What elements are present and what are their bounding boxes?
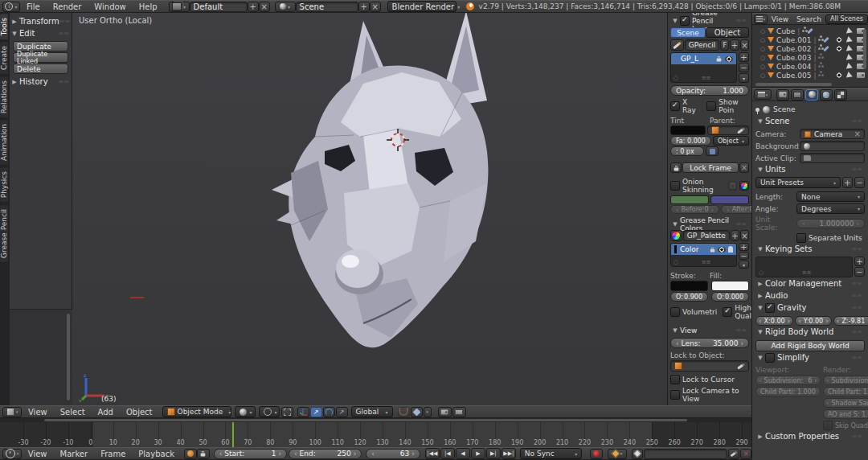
delete-button[interactable]: Delete — [13, 64, 68, 74]
resize-grip-icon[interactable]: ≡≡ — [802, 269, 812, 276]
onion-skinning-checkbox[interactable] — [670, 181, 680, 191]
scene-panel-header[interactable]: ▼ Scene — [755, 115, 865, 127]
wolf-head-model[interactable] — [72, 13, 667, 405]
properties-tab-world[interactable] — [820, 89, 833, 101]
viewport-menu-select[interactable]: Select — [54, 408, 92, 417]
timeline-canvas[interactable]: -30-20-100102030405060708090100110120130… — [0, 422, 751, 447]
outliner-row[interactable]: ○ Cube.005| — [752, 71, 868, 80]
filter-icon[interactable]: ○ — [759, 269, 764, 276]
resize-grip-icon[interactable]: ≡≡ — [702, 259, 711, 265]
gp-color-list[interactable]: Color ○≡≡ — [670, 243, 737, 267]
selectable-arrow-icon[interactable] — [846, 63, 854, 71]
add-layout-button[interactable]: + — [248, 2, 259, 12]
render-restrict-icon[interactable] — [857, 72, 865, 78]
scene-name-field[interactable]: Scene — [296, 2, 358, 12]
frame-end-field[interactable]: End:250 — [289, 449, 362, 459]
gravity-x-field[interactable]: X:0.00 — [755, 316, 793, 326]
units-panel-header[interactable]: ▼ Units — [755, 163, 865, 175]
simplify-vp-child-particles-field[interactable]: Child Parti: 1.000 — [755, 387, 821, 396]
stroke-color-swatch[interactable] — [670, 281, 708, 291]
add-scene-button[interactable]: + — [358, 2, 370, 12]
eye-icon[interactable] — [835, 46, 843, 51]
duplicate-linked-button[interactable]: Duplicate Linked — [13, 52, 68, 63]
outliner-row[interactable]: ○ Cube.001| — [752, 35, 868, 44]
new-palette-button[interactable]: + — [731, 230, 739, 241]
object-name[interactable]: Cube.001 — [776, 36, 811, 44]
filter-icon[interactable]: ○ — [674, 75, 678, 81]
edit-panel-header[interactable]: ▼ Edit — [10, 27, 72, 39]
new-datablock-button[interactable]: + — [730, 39, 739, 51]
gp-layer-row[interactable]: GP_L — [671, 53, 736, 64]
play-reverse-button[interactable]: ◀ — [456, 448, 470, 459]
lock-to-cursor-checkbox[interactable] — [670, 375, 680, 384]
timeline-editor-button[interactable]: ▾ — [2, 449, 22, 459]
gp-tab-scene[interactable]: Scene — [670, 27, 706, 38]
simplify-panel-header[interactable]: ▼ Simplify — [755, 351, 865, 363]
expand-dot-icon[interactable]: ○ — [760, 28, 765, 35]
toolshelf-tab-tools[interactable]: Tools — [0, 13, 9, 40]
properties-tab-render[interactable] — [776, 89, 789, 101]
remove-layer-button[interactable]: − — [739, 63, 749, 72]
lock-icon[interactable] — [710, 249, 714, 253]
timeline-menu-view[interactable]: View — [22, 450, 54, 458]
unlink-palette-button[interactable]: × — [740, 230, 749, 241]
keying-set-icon-button[interactable] — [632, 449, 643, 459]
lens-field[interactable]: Lens:35.000 — [670, 338, 749, 348]
selectable-arrow-icon[interactable] — [846, 54, 854, 62]
scene-camera-field[interactable]: Camera × — [800, 129, 865, 139]
pivot-align-button[interactable] — [281, 407, 293, 417]
eyedropper-icon[interactable] — [737, 363, 745, 369]
properties-tab-texture[interactable] — [834, 89, 847, 101]
manipulator-rotate-button[interactable] — [323, 407, 335, 417]
fill-opacity-field[interactable]: O:0.000 — [711, 292, 749, 302]
menu-help[interactable]: Help — [133, 2, 164, 11]
snap-element-button[interactable] — [411, 407, 423, 417]
view-panel-header[interactable]: ▼ View — [670, 324, 749, 336]
unit-scale-field[interactable]: 1.000000 — [796, 219, 865, 228]
close-icon[interactable]: × — [739, 162, 749, 173]
resize-grip-icon[interactable]: ≡≡ — [702, 75, 711, 81]
timeline-menu-marker[interactable]: Marker — [54, 450, 95, 458]
add-color-button[interactable]: + — [739, 243, 749, 251]
object-name[interactable]: Cube.004 — [776, 63, 811, 71]
add-preset-button[interactable]: + — [842, 177, 853, 188]
outliner-hscrollbar[interactable] — [755, 83, 832, 86]
gp-color-row[interactable]: Color — [671, 244, 736, 255]
selectable-arrow-icon[interactable] — [846, 45, 854, 53]
palette-icon-button[interactable] — [670, 230, 682, 241]
screen-layout-name-field[interactable]: Default — [190, 2, 248, 12]
viewport-3d[interactable]: User Ortho (Local) — [72, 13, 667, 405]
snap-toggle-button[interactable] — [398, 407, 410, 417]
outliner-row[interactable]: ○ Cube.003| — [752, 53, 868, 62]
outliner-row[interactable]: ○ Cube.002| — [752, 44, 868, 53]
timeline-current-frame-line[interactable] — [232, 422, 234, 447]
object-name[interactable]: Cube.002 — [776, 45, 811, 53]
fake-user-button[interactable]: F — [720, 39, 729, 51]
frame-start-field[interactable]: Start:1 — [214, 449, 287, 459]
outliner-menu-search[interactable]: Search — [792, 15, 825, 23]
selectable-arrow-icon[interactable] — [846, 27, 854, 35]
rigid-body-panel-header[interactable]: ▼ Rigid Body World — [755, 326, 865, 338]
lock-camera-checkbox[interactable] — [670, 390, 680, 400]
preview-range-button[interactable] — [184, 449, 197, 459]
current-frame-field[interactable]: 63 — [366, 449, 420, 459]
object-name[interactable]: Cube.003 — [776, 54, 811, 62]
opengl-render-anim-button[interactable] — [452, 407, 466, 417]
manipulator-scale-button[interactable]: ↗ — [336, 407, 348, 417]
remove-color-button[interactable]: − — [739, 252, 749, 260]
separate-units-checkbox[interactable] — [796, 233, 806, 243]
outliner-editor-button[interactable]: ▾ — [754, 14, 768, 24]
simplify-render-subdivision-field[interactable]: Subdivision:6 — [823, 376, 868, 385]
audio-panel-header[interactable]: ▶ Audio — [755, 290, 865, 302]
expand-dot-icon[interactable]: ○ — [760, 46, 765, 52]
gp-tab-object[interactable]: Object — [706, 27, 749, 38]
unlink-datablock-button[interactable]: × — [740, 39, 749, 51]
simplify-vp-subdivision-field[interactable]: Subdivision:6 — [755, 376, 821, 385]
toolshelf-scrollbar[interactable] — [67, 314, 70, 400]
close-scene-button[interactable]: × — [370, 2, 381, 12]
palette-name-field[interactable]: GP_Palette — [683, 230, 730, 241]
outliner-row[interactable]: ○ Cube| — [752, 27, 868, 35]
add-rigid-body-world-button[interactable]: Add Rigid Body World — [755, 340, 865, 351]
jump-to-end-button[interactable]: ▶▶| — [502, 448, 516, 459]
outliner-row[interactable]: ○ Cube.004| — [752, 62, 868, 71]
